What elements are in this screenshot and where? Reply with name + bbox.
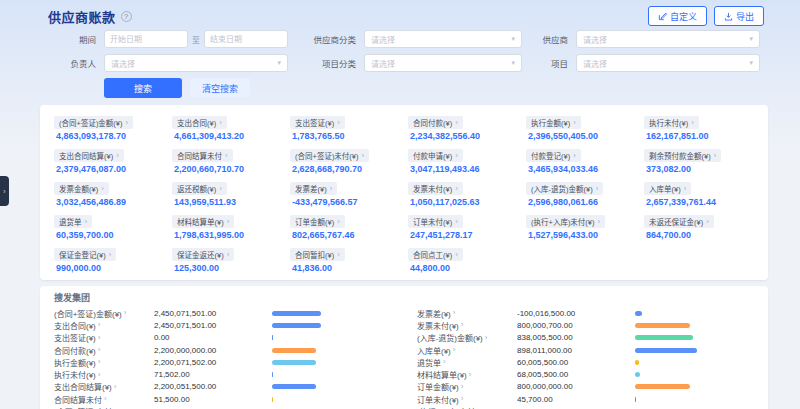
end-date-input[interactable] xyxy=(204,30,288,48)
metric-bar[interactable] xyxy=(272,311,321,316)
stat-label[interactable]: 执行未付(¥) › xyxy=(644,116,699,129)
stat-label[interactable]: 保证金登记(¥) › xyxy=(54,248,116,261)
stat-value[interactable]: 3,465,934,033.46 xyxy=(526,164,636,174)
stat-label[interactable]: 支出合同(¥) › xyxy=(172,116,227,129)
stat-value[interactable]: 2,657,339,761.44 xyxy=(644,197,754,207)
export-button[interactable]: 导出 xyxy=(714,6,764,26)
metric-bar[interactable] xyxy=(635,323,690,328)
metric-bar[interactable] xyxy=(272,335,273,340)
stat-label[interactable]: 退货单 › xyxy=(54,215,92,228)
stat-label[interactable]: 返还税额(¥) › xyxy=(172,182,227,195)
stat-label[interactable]: 合同结算未付 › xyxy=(172,149,233,162)
stat-label[interactable]: 订单金额(¥) › xyxy=(290,215,345,228)
metric-label[interactable]: 发票差(¥) › xyxy=(417,308,517,319)
stat-value[interactable]: 41,836.00 xyxy=(290,263,400,273)
metric-label[interactable]: 发票未付(¥) › xyxy=(417,320,517,331)
stat-label[interactable]: 合同暂扣(¥) › xyxy=(290,248,345,261)
metric-label[interactable]: 合同付款(¥) › xyxy=(54,345,154,356)
stat-label[interactable]: 发票差(¥) › xyxy=(290,182,337,195)
metric-label[interactable]: 订单金额(¥) › xyxy=(417,381,517,392)
metric-bar[interactable] xyxy=(635,384,690,389)
stat-value[interactable]: 1,050,117,025.63 xyxy=(408,197,518,207)
stat-value[interactable]: -433,479,566.57 xyxy=(290,197,400,207)
stat-value[interactable]: 162,167,851.00 xyxy=(644,131,754,141)
stat-value[interactable]: 2,200,660,710.70 xyxy=(172,164,282,174)
stat-value[interactable]: 864,700.00 xyxy=(644,230,754,240)
stat-value[interactable]: 44,800.00 xyxy=(408,263,518,273)
supplier-select[interactable]: 请选择 ▾ xyxy=(576,30,760,48)
stat-label[interactable]: (执行+入库)未付(¥) › xyxy=(526,215,605,228)
stat-value[interactable]: 373,082.00 xyxy=(644,164,754,174)
metric-label[interactable]: 执行未付(¥) › xyxy=(54,369,154,380)
stat-value[interactable]: 2,234,382,556.40 xyxy=(408,131,518,141)
group-title[interactable]: 搜发集团 xyxy=(54,291,754,304)
stat-value[interactable]: 247,451,278.17 xyxy=(408,230,518,240)
help-icon[interactable]: ? xyxy=(121,11,132,22)
stat-value[interactable]: 3,032,456,486.89 xyxy=(54,197,164,207)
stat-label[interactable]: 入库单(¥) › xyxy=(644,182,691,195)
stat-label[interactable]: 保证金返还(¥) › xyxy=(172,248,234,261)
stat-label[interactable]: 付款申请(¥) › xyxy=(408,149,463,162)
metric-bar[interactable] xyxy=(635,335,693,340)
stat-value[interactable]: 2,396,550,405.00 xyxy=(526,131,636,141)
stat-label[interactable]: 未返还保证金(¥) › xyxy=(644,215,714,228)
stat-label[interactable]: (入库-退货)金额(¥) › xyxy=(526,182,603,195)
metric-label[interactable]: (入库-退货)金额(¥) › xyxy=(417,332,517,343)
metric-bar[interactable] xyxy=(635,311,642,316)
stat-value[interactable]: 1,527,596,433.00 xyxy=(526,230,636,240)
stat-value[interactable]: 4,661,309,413.20 xyxy=(172,131,282,141)
stat-label[interactable]: 订单未付(¥) › xyxy=(408,215,463,228)
search-button[interactable]: 搜索 xyxy=(104,78,182,98)
stat-value[interactable]: 2,379,476,087.00 xyxy=(54,164,164,174)
metric-label[interactable]: (合同+签证)金额(¥) › xyxy=(54,308,154,319)
stat-label[interactable]: (合同+签证)未付(¥) › xyxy=(290,149,369,162)
stat-label[interactable]: 执行金额(¥) › xyxy=(526,116,581,129)
customize-button[interactable]: 自定义 xyxy=(648,6,707,26)
metric-bar[interactable] xyxy=(635,360,639,365)
metric-bar[interactable] xyxy=(272,348,316,353)
stat-value[interactable]: 3,047,119,493.46 xyxy=(408,164,518,174)
stat-label[interactable]: (合同+签证)金额(¥) › xyxy=(54,116,133,129)
metric-bar[interactable] xyxy=(272,397,273,402)
stat-value[interactable]: 60,359,700.00 xyxy=(54,230,164,240)
metric-label[interactable]: 支出合同(¥) › xyxy=(54,320,154,331)
start-date-input[interactable] xyxy=(104,30,188,48)
stat-label[interactable]: 发票金额(¥) › xyxy=(54,182,109,195)
stat-value[interactable]: 143,959,511.93 xyxy=(172,197,282,207)
stat-label[interactable]: 支出签证(¥) › xyxy=(290,116,345,129)
metric-label[interactable]: 支出签证(¥) › xyxy=(54,332,154,343)
metric-label[interactable]: 订单未付(¥) › xyxy=(417,394,517,405)
stat-label[interactable]: 合同付款(¥) › xyxy=(408,116,463,129)
stat-label[interactable]: 支出合同结算(¥) › xyxy=(54,149,124,162)
stat-value[interactable]: 2,628,668,790.70 xyxy=(290,164,400,174)
stat-label[interactable]: 付款登记(¥) › xyxy=(526,149,581,162)
metric-label[interactable]: 入库单(¥) › xyxy=(417,345,517,356)
metric-bar[interactable] xyxy=(635,372,640,377)
stat-value[interactable]: 990,000.00 xyxy=(54,263,164,273)
metric-label[interactable]: 合同结算未付 › xyxy=(54,394,154,405)
metric-bar[interactable] xyxy=(272,372,273,377)
metric-label[interactable]: 执行金额(¥) › xyxy=(54,357,154,368)
metric-bar[interactable] xyxy=(635,348,697,353)
metric-bar[interactable] xyxy=(272,360,316,365)
metric-label[interactable]: 退货单 › xyxy=(417,357,517,368)
stat-value[interactable]: 125,300.00 xyxy=(172,263,282,273)
stat-value[interactable]: 2,596,980,061.66 xyxy=(526,197,636,207)
project-category-select[interactable]: 请选择 ▾ xyxy=(364,54,522,72)
metric-bar[interactable] xyxy=(272,323,321,328)
metric-bar[interactable] xyxy=(272,384,316,389)
metric-label[interactable]: 材料结算单(¥) › xyxy=(417,369,517,380)
project-select[interactable]: 请选择 ▾ xyxy=(576,54,760,72)
stat-label[interactable]: 材料结算单(¥) › xyxy=(172,215,234,228)
metric-label[interactable]: 支出合同结算(¥) › xyxy=(54,381,154,392)
owner-select[interactable]: 请选择 ▾ xyxy=(104,54,288,72)
metric-bar[interactable] xyxy=(635,397,636,402)
drawer-handle[interactable]: › xyxy=(0,176,9,206)
stat-label[interactable]: 剩余预付款金额(¥) › xyxy=(644,149,721,162)
stat-label[interactable]: 发票未付(¥) › xyxy=(408,182,463,195)
stat-value[interactable]: 1,783,765.50 xyxy=(290,131,400,141)
stat-value[interactable]: 4,863,093,178.70 xyxy=(54,131,164,141)
clear-search-button[interactable]: 清空搜索 xyxy=(190,78,250,98)
stat-value[interactable]: 1,798,631,995.00 xyxy=(172,230,282,240)
stat-value[interactable]: 802,665,767.46 xyxy=(290,230,400,240)
